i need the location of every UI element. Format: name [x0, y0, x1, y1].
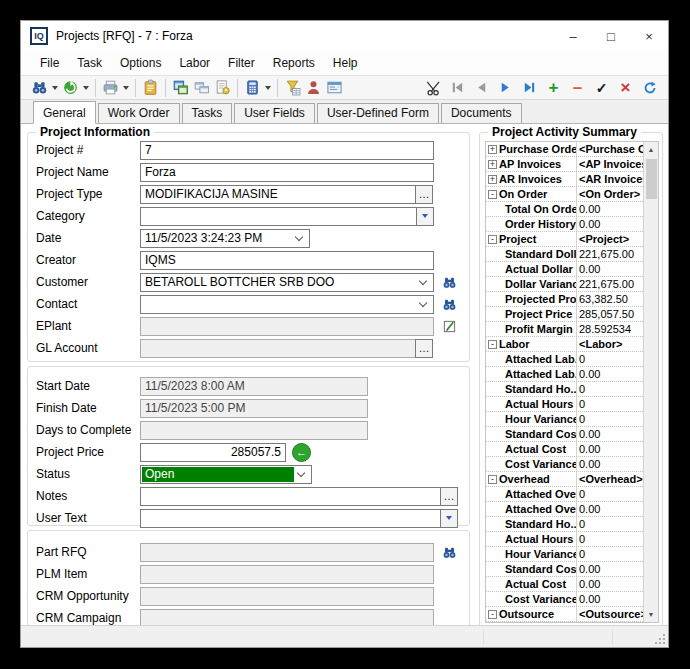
print-icon[interactable]: [100, 77, 121, 98]
tab-documents[interactable]: Documents: [441, 103, 522, 123]
notes-ellipsis-button[interactable]: …: [440, 487, 458, 506]
scroll-up-icon[interactable]: ▲: [644, 142, 658, 157]
form-icon[interactable]: [324, 77, 345, 98]
activity-row[interactable]: Projected Profit63,382.50: [486, 292, 643, 307]
contact-find-icon[interactable]: [442, 297, 457, 312]
add-record-icon[interactable]: +: [543, 77, 564, 98]
find-dropdown-icon[interactable]: [50, 77, 60, 98]
unlink-scissors-icon[interactable]: [423, 77, 444, 98]
menu-file[interactable]: File: [31, 53, 68, 73]
activity-row[interactable]: Cost Variance0.00: [486, 457, 643, 472]
activity-row[interactable]: Hour Variance0: [486, 412, 643, 427]
activity-row[interactable]: Hour Variance0: [486, 547, 643, 562]
activity-row[interactable]: Actual Hours0: [486, 397, 643, 412]
activity-row[interactable]: Project Price285,057.50: [486, 307, 643, 322]
refresh-dropdown-icon[interactable]: [81, 77, 91, 98]
category-dropdown-button[interactable]: [416, 207, 434, 226]
recalc-price-button[interactable]: ←: [292, 443, 311, 462]
menu-labor[interactable]: Labor: [170, 53, 219, 73]
tab-user-fields[interactable]: User Fields: [234, 103, 315, 123]
activity-row[interactable]: Attached Lab...0.00: [486, 367, 643, 382]
project-price-input[interactable]: [140, 443, 286, 462]
print-dropdown-icon[interactable]: [121, 77, 131, 98]
cancel-record-icon[interactable]: ×: [615, 77, 636, 98]
activity-row[interactable]: Standard Ho...0: [486, 517, 643, 532]
tab-general[interactable]: General: [33, 101, 96, 124]
project-name-input[interactable]: [140, 163, 434, 182]
activity-row[interactable]: Actual Cost0.00: [486, 442, 643, 457]
calculator-dropdown-icon[interactable]: [263, 77, 273, 98]
creator-input[interactable]: [140, 251, 434, 270]
activity-row[interactable]: +AP Invoices<AP Invoices>: [486, 157, 643, 172]
activity-row[interactable]: Profit Margin28.592534: [486, 322, 643, 337]
activity-row[interactable]: -Overhead<Overhead>: [486, 472, 643, 487]
collapse-minus-icon[interactable]: -: [488, 235, 497, 244]
activity-row[interactable]: Order History0.00: [486, 217, 643, 232]
activity-row[interactable]: +Purchase Orders<Purchase Orders>: [486, 142, 643, 157]
collapse-minus-icon[interactable]: -: [488, 340, 497, 349]
nav-prior-icon[interactable]: [471, 77, 492, 98]
collapse-minus-icon[interactable]: -: [488, 610, 497, 619]
activity-row[interactable]: Standard Doll...221,675.00: [486, 247, 643, 262]
activity-row[interactable]: Dollar Variance221,675.00: [486, 277, 643, 292]
nav-last-icon[interactable]: [519, 77, 540, 98]
scroll-down-icon[interactable]: ▼: [644, 607, 658, 622]
collapse-minus-icon[interactable]: -: [488, 475, 497, 484]
activity-row[interactable]: Standard Cost0.00: [486, 427, 643, 442]
tab-tasks[interactable]: Tasks: [182, 103, 233, 123]
audit-search-icon[interactable]: [212, 77, 233, 98]
status-combo[interactable]: Open: [140, 465, 312, 484]
category-combo[interactable]: [140, 207, 417, 226]
activity-row[interactable]: Total On Order0.00: [486, 202, 643, 217]
maximize-button[interactable]: □: [592, 21, 630, 51]
nav-next-icon[interactable]: [495, 77, 516, 98]
refresh-record-icon[interactable]: [639, 77, 660, 98]
menu-task[interactable]: Task: [68, 53, 111, 73]
activity-row[interactable]: Attached Ove...0.00: [486, 502, 643, 517]
post-record-icon[interactable]: ✓: [591, 77, 612, 98]
activity-row[interactable]: Actual Hours0: [486, 532, 643, 547]
menu-filter[interactable]: Filter: [219, 53, 264, 73]
project-number-input[interactable]: [140, 141, 434, 160]
find-icon[interactable]: [29, 77, 50, 98]
customer-find-icon[interactable]: [442, 275, 457, 290]
contact-combo[interactable]: [140, 295, 434, 314]
expand-plus-icon[interactable]: +: [488, 145, 497, 154]
expand-plus-icon[interactable]: +: [488, 160, 497, 169]
activity-row[interactable]: Standard Ho...0: [486, 382, 643, 397]
notes-input[interactable]: [140, 487, 441, 506]
eplant-edit-icon[interactable]: [442, 319, 457, 334]
user-icon[interactable]: [303, 77, 324, 98]
menu-options[interactable]: Options: [111, 53, 170, 73]
activity-scrollbar[interactable]: ▲ ▼: [643, 142, 658, 622]
gl-account-ellipsis-button[interactable]: …: [415, 339, 433, 358]
tab-user-defined-form[interactable]: User-Defined Form: [317, 103, 439, 123]
activity-row[interactable]: Attached Lab...0: [486, 352, 643, 367]
clipboard-icon[interactable]: [140, 77, 161, 98]
user-text-input[interactable]: [140, 509, 441, 528]
user-text-dropdown-button[interactable]: [440, 509, 458, 528]
activity-row[interactable]: -Outsource<Outsource>: [486, 607, 643, 622]
calculator-icon[interactable]: [242, 77, 263, 98]
activity-row[interactable]: Standard Cost0.00: [486, 562, 643, 577]
minimize-button[interactable]: –: [554, 21, 592, 51]
activity-row[interactable]: Cost Variance0.00: [486, 592, 643, 607]
activity-row[interactable]: -Labor<Labor>: [486, 337, 643, 352]
activity-row[interactable]: Attached Out0: [486, 622, 643, 623]
customer-combo[interactable]: BETAROLL BOTTCHER SRB DOO: [140, 273, 434, 292]
filter-grid-icon[interactable]: [282, 77, 303, 98]
refresh-globe-icon[interactable]: [60, 77, 81, 98]
activity-row[interactable]: +AR Invoices<AR Invoices>: [486, 172, 643, 187]
cascade-windows-icon[interactable]: [191, 77, 212, 98]
delete-record-icon[interactable]: –: [567, 77, 588, 98]
menu-help[interactable]: Help: [324, 53, 367, 73]
activity-row[interactable]: Attached Ove...0: [486, 487, 643, 502]
menu-reports[interactable]: Reports: [264, 53, 324, 73]
scroll-thumb[interactable]: [646, 159, 657, 199]
project-type-input[interactable]: [140, 185, 416, 204]
tab-work-order[interactable]: Work Order: [98, 103, 180, 123]
activity-row[interactable]: -Project<Project>: [486, 232, 643, 247]
project-type-ellipsis-button[interactable]: …: [415, 185, 433, 204]
close-button[interactable]: ×: [630, 21, 668, 51]
resize-grip[interactable]: [654, 633, 666, 645]
